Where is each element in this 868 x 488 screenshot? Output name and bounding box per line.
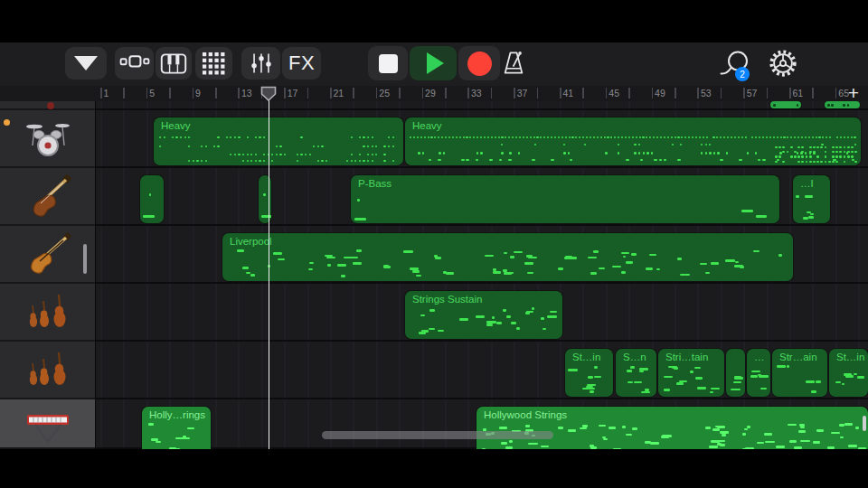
track-header-partial-top-track[interactable] bbox=[0, 101, 95, 110]
region-s-n[interactable]: S…n bbox=[616, 349, 656, 397]
midi-note bbox=[456, 136, 458, 138]
stop-button[interactable] bbox=[368, 46, 408, 80]
ruler-tick bbox=[743, 88, 745, 99]
midi-note bbox=[656, 136, 658, 138]
midi-note bbox=[700, 263, 707, 266]
midi-note bbox=[164, 136, 165, 138]
midi-note bbox=[816, 136, 817, 138]
midi-note bbox=[484, 136, 486, 138]
keyboard-view-button[interactable] bbox=[156, 47, 192, 80]
metronome-button[interactable] bbox=[496, 47, 531, 80]
tracks-view-button[interactable] bbox=[115, 47, 154, 80]
track-header-strings-track-1[interactable] bbox=[0, 284, 95, 342]
midi-region[interactable] bbox=[825, 101, 860, 108]
live-loops-grid-button[interactable] bbox=[195, 47, 232, 80]
midi-note bbox=[788, 424, 797, 427]
midi-note bbox=[491, 136, 493, 138]
midi-note bbox=[242, 160, 244, 162]
region-heavy[interactable]: Heavy bbox=[154, 117, 403, 165]
region-heavy[interactable]: Heavy bbox=[405, 117, 861, 165]
region-hollywood-strings[interactable]: Hollywood Strings bbox=[476, 407, 868, 449]
midi-note bbox=[550, 311, 558, 314]
midi-note bbox=[551, 136, 552, 138]
midi-note bbox=[711, 440, 719, 443]
midi-note bbox=[568, 429, 576, 432]
midi-note bbox=[613, 448, 620, 449]
midi-note bbox=[630, 366, 635, 369]
midi-note bbox=[825, 151, 827, 153]
midi-note bbox=[801, 136, 803, 138]
region-p-bass[interactable]: P-Bass bbox=[351, 175, 779, 223]
midi-region[interactable] bbox=[140, 175, 164, 223]
track-header-drums-track[interactable] bbox=[0, 110, 95, 168]
midi-note bbox=[805, 152, 807, 154]
region-label: Strings Sustain bbox=[412, 294, 482, 305]
horizontal-scrollbar[interactable] bbox=[322, 431, 553, 439]
midi-note bbox=[638, 144, 640, 145]
region--i[interactable]: …I bbox=[793, 175, 830, 223]
region-st-in[interactable]: St…in bbox=[829, 349, 868, 397]
playhead-handle[interactable] bbox=[260, 86, 277, 101]
region-st-in[interactable]: St…in bbox=[565, 349, 613, 397]
track-header-liverpool-bass-track[interactable] bbox=[0, 226, 95, 284]
region-holly-rings[interactable]: Holly…rings bbox=[142, 407, 211, 449]
song-navigation-button[interactable] bbox=[65, 47, 107, 80]
region-str-ain[interactable]: Str…ain bbox=[772, 349, 827, 397]
region-strings-sustain[interactable]: Strings Sustain bbox=[405, 291, 562, 339]
midi-note bbox=[726, 152, 728, 154]
midi-note bbox=[156, 441, 160, 444]
track-lane-partial-top-track[interactable] bbox=[96, 101, 868, 110]
settings-button[interactable] bbox=[765, 47, 801, 80]
ruler-tick bbox=[100, 88, 102, 99]
midi-note bbox=[847, 146, 850, 148]
record-button[interactable] bbox=[458, 46, 500, 80]
midi-note bbox=[787, 136, 788, 138]
midi-note bbox=[653, 136, 655, 138]
midi-note bbox=[359, 160, 361, 162]
midi-note bbox=[790, 136, 792, 138]
track-header-scrollbar[interactable] bbox=[83, 244, 87, 274]
piano-keys-icon bbox=[160, 52, 187, 75]
midi-note bbox=[773, 136, 775, 138]
midi-note bbox=[697, 387, 706, 389]
midi-note bbox=[775, 155, 778, 157]
ruler-tick bbox=[238, 88, 240, 99]
mixer-button[interactable] bbox=[241, 47, 280, 80]
midi-note bbox=[664, 376, 673, 379]
midi-note bbox=[809, 155, 812, 157]
play-button[interactable] bbox=[410, 46, 457, 80]
midi-note bbox=[297, 160, 298, 162]
midi-note bbox=[388, 136, 390, 138]
midi-note bbox=[757, 442, 764, 445]
midi-note bbox=[493, 271, 502, 274]
midi-note bbox=[476, 136, 478, 138]
region-stri-tain[interactable]: Stri…tain bbox=[658, 349, 724, 397]
midi-note bbox=[790, 155, 793, 157]
track-header-keyboard-track[interactable] bbox=[0, 399, 95, 449]
midi-note bbox=[826, 136, 827, 138]
ruler-bar-number: 53 bbox=[701, 88, 712, 99]
midi-note bbox=[519, 136, 521, 138]
ruler-tick bbox=[399, 88, 401, 99]
midi-region[interactable] bbox=[726, 349, 745, 397]
midi-note bbox=[835, 381, 841, 384]
midi-note bbox=[388, 145, 390, 147]
region--[interactable]: … bbox=[747, 349, 770, 397]
region-liverpool[interactable]: Liverpool bbox=[222, 233, 793, 281]
ruler-bar-number: 41 bbox=[563, 88, 574, 99]
midi-note bbox=[812, 136, 814, 138]
track-header-strings-track-2[interactable] bbox=[0, 342, 95, 399]
midi-note bbox=[803, 217, 807, 220]
midi-note bbox=[507, 272, 514, 275]
midi-note bbox=[621, 271, 627, 274]
mini-vertical-scrollbar[interactable] bbox=[863, 416, 866, 431]
midi-note bbox=[586, 136, 588, 138]
midi-note bbox=[255, 154, 257, 155]
midi-note bbox=[805, 195, 813, 198]
ruler[interactable]: + 1591317212529333741454953576165 bbox=[0, 86, 868, 101]
midi-region[interactable] bbox=[770, 101, 801, 108]
midi-note bbox=[677, 136, 679, 138]
fx-button[interactable]: FX bbox=[282, 47, 321, 80]
midi-note bbox=[463, 136, 465, 138]
track-header-bass-track[interactable] bbox=[0, 168, 95, 226]
